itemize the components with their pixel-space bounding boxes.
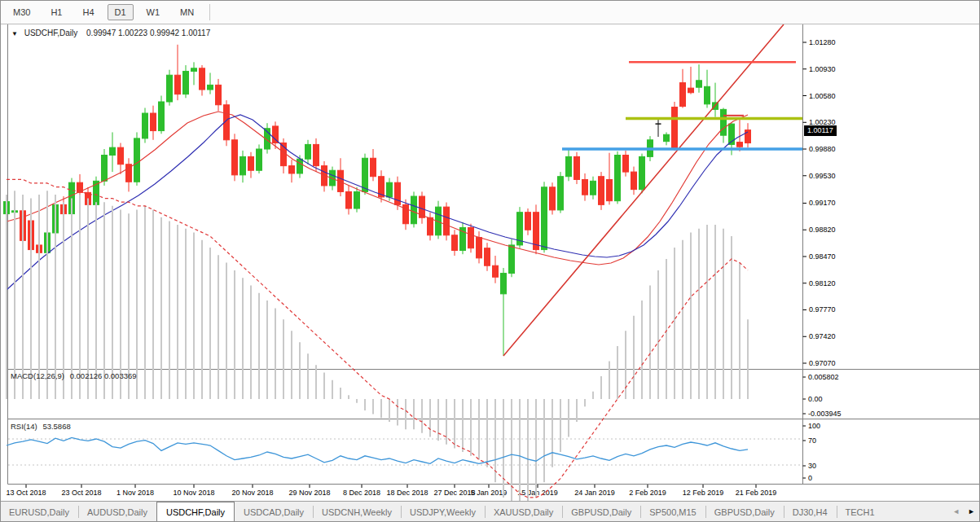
svg-text:0.97070: 0.97070 [809, 359, 836, 367]
svg-text:23 Oct 2018: 23 Oct 2018 [61, 489, 101, 497]
tab-tech1[interactable]: TECH1 [837, 502, 884, 522]
rsi-value: 53.5868 [42, 422, 70, 431]
tab-gbpusd-daily[interactable]: GBPUSD,Daily [562, 502, 640, 522]
current-price-badge: 1.00117 [804, 125, 837, 136]
timeframe-button-w1[interactable]: W1 [139, 4, 168, 20]
tab-xauusd-daily[interactable]: XAUUSD,Daily [485, 502, 562, 522]
tab-usdcad-daily[interactable]: USDCAD,Daily [235, 502, 313, 522]
candles-layer [4, 45, 751, 356]
macd-panel [7, 179, 748, 520]
svg-text:20 Nov 2018: 20 Nov 2018 [231, 489, 273, 497]
timeframe-toolbar: M30H1H4D1W1MN [0, 0, 980, 24]
svg-text:5 Jan 2019: 5 Jan 2019 [471, 489, 508, 497]
tab-usdjpy-weekly[interactable]: USDJPY,Weekly [401, 502, 485, 522]
svg-text:10 Nov 2018: 10 Nov 2018 [173, 489, 214, 497]
timeframe-button-m30[interactable]: M30 [6, 4, 37, 20]
timeframe-button-mn[interactable]: MN [173, 4, 201, 20]
svg-text:0.97420: 0.97420 [809, 332, 836, 340]
chart-tab-bar: EURUSD,DailyAUDUSD,DailyUSDCHF,DailyUSDC… [0, 501, 980, 522]
chart-ohlc-values: 0.99947 1.00223 0.99942 1.00117 [86, 29, 210, 37]
svg-text:0.99530: 0.99530 [809, 172, 836, 180]
tab-sp500-m15[interactable]: SP500,M15 [640, 502, 705, 522]
macd-values: 0.002126 0.003369 [70, 371, 137, 380]
svg-text:0.98120: 0.98120 [809, 279, 836, 287]
toolbar-separator [209, 4, 210, 20]
tab-dj30-h4[interactable]: DJ30,H4 [784, 502, 837, 522]
macd-axis: 0.0058020.00-0.003945 [803, 373, 842, 418]
svg-text:12 Feb 2019: 12 Feb 2019 [683, 489, 724, 497]
timeframe-button-h4[interactable]: H4 [75, 4, 101, 20]
svg-text:1.00930: 1.00930 [809, 65, 836, 73]
macd-indicator-label: MACD(12,26,9) 0.002126 0.003369 [11, 371, 137, 380]
tab-audusd-daily[interactable]: AUDUSD,Daily [78, 502, 156, 522]
svg-text:27 Dec 2018: 27 Dec 2018 [433, 489, 475, 497]
tab-gbpusd-daily[interactable]: GBPUSD,Daily [705, 502, 784, 522]
rsi-panel [7, 437, 802, 465]
tab-scroll-right-icon[interactable]: ► [968, 508, 975, 515]
svg-text:0.99880: 0.99880 [809, 145, 836, 153]
svg-text:-0.003945: -0.003945 [808, 410, 842, 418]
svg-text:18 Dec 2018: 18 Dec 2018 [386, 489, 428, 497]
svg-text:0.98470: 0.98470 [809, 252, 836, 261]
chart-symbol: USDCHF,Daily [24, 29, 78, 37]
svg-text:0.98820: 0.98820 [809, 226, 836, 234]
svg-text:13 Oct 2018: 13 Oct 2018 [6, 489, 46, 497]
chart-canvas[interactable]: 1.012801.009301.005801.002300.998800.995… [0, 0, 980, 522]
date-axis: 13 Oct 201823 Oct 20181 Nov 201810 Nov 2… [6, 485, 776, 497]
svg-text:8 Dec 2018: 8 Dec 2018 [343, 489, 380, 497]
svg-text:100: 100 [808, 422, 820, 430]
svg-text:0: 0 [808, 474, 812, 482]
svg-text:21 Feb 2019: 21 Feb 2019 [736, 489, 777, 497]
svg-text:15 Jan 2019: 15 Jan 2019 [517, 489, 558, 497]
svg-text:1 Nov 2018: 1 Nov 2018 [116, 489, 154, 497]
svg-text:0.97770: 0.97770 [809, 305, 836, 314]
tab-eurusd-daily[interactable]: EURUSD,Daily [0, 502, 78, 522]
tab-usdcnh-weekly[interactable]: USDCNH,Weekly [313, 502, 401, 522]
svg-text:0.00: 0.00 [808, 395, 823, 403]
svg-text:0.99170: 0.99170 [809, 199, 836, 207]
tab-usdchf-daily[interactable]: USDCHF,Daily [156, 502, 235, 522]
timeframe-button-d1[interactable]: D1 [108, 4, 134, 20]
tab-scroll-arrows: ◄ ► [949, 502, 978, 522]
svg-text:24 Jan 2019: 24 Jan 2019 [574, 489, 615, 497]
svg-text:1.01280: 1.01280 [809, 38, 836, 46]
svg-text:30: 30 [808, 462, 816, 470]
dropdown-triangle-icon[interactable]: ▼ [11, 30, 18, 37]
tab-scroll-left-icon[interactable]: ◄ [952, 508, 960, 515]
svg-text:0.005802: 0.005802 [808, 373, 839, 381]
chart-title: ▼ USDCHF,Daily 0.99947 1.00223 0.99942 1… [11, 29, 210, 37]
rsi-axis: 10070300 [803, 422, 821, 482]
timeframe-button-h1[interactable]: H1 [43, 4, 69, 20]
svg-text:70: 70 [808, 436, 816, 445]
svg-text:1.00580: 1.00580 [809, 92, 836, 100]
svg-text:2 Feb 2019: 2 Feb 2019 [629, 489, 666, 497]
price-axis: 1.012801.009301.005801.002300.998800.995… [803, 38, 836, 367]
svg-text:29 Nov 2018: 29 Nov 2018 [288, 489, 330, 497]
rsi-indicator-label: RSI(14) 53.5868 [11, 422, 71, 431]
